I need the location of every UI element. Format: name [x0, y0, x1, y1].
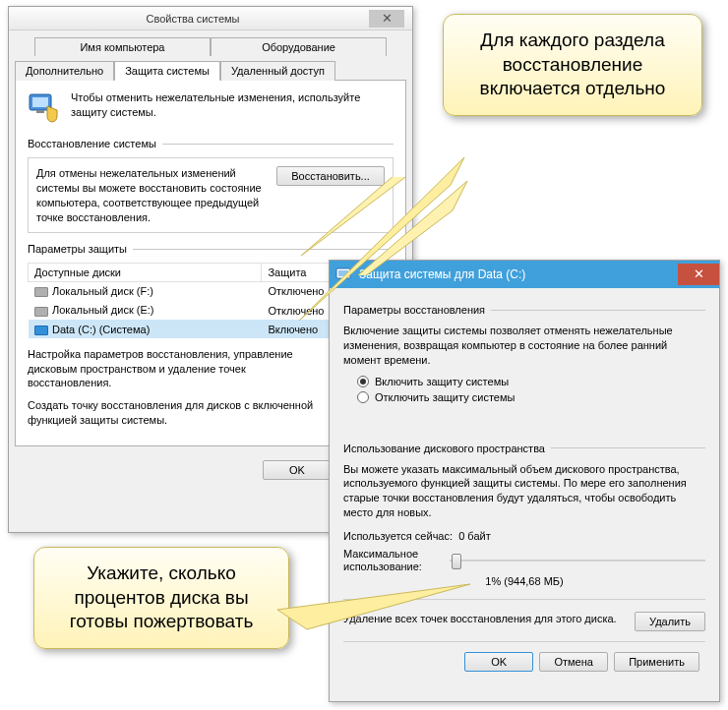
svg-marker-8 — [277, 584, 470, 629]
radio-disable-label: Отключить защиту системы — [375, 391, 515, 403]
tab-system-protection[interactable]: Защита системы — [114, 61, 220, 81]
section-params-title: Параметры защиты — [28, 243, 127, 255]
delete-button[interactable]: Удалить — [635, 612, 705, 631]
restore-description: Для отмены нежелательных изменений систе… — [36, 166, 267, 224]
window-title: Свойства системы — [17, 13, 369, 25]
ok-button[interactable]: OK — [263, 460, 332, 480]
tabs-row1: Имя компьютера Оборудование — [9, 30, 412, 55]
close-icon[interactable]: ✕ — [678, 264, 719, 285]
tab-advanced[interactable]: Дополнительно — [15, 61, 114, 81]
callout-top: Для каждого раздела восстановление включ… — [443, 14, 702, 116]
max-usage-slider[interactable] — [450, 552, 705, 569]
svg-marker-7 — [299, 157, 464, 321]
create-text: Создать точку восстановления для дисков … — [28, 398, 335, 428]
radio-disable[interactable] — [357, 391, 369, 403]
drive-name: Локальный диск (F:) — [52, 285, 153, 297]
svg-rect-1 — [32, 97, 48, 107]
callout-bottom-tail — [277, 580, 474, 639]
radio-enable-row[interactable]: Включить защиту системы — [357, 376, 705, 387]
callout-text: Укажите, сколько процентов диска вы гото… — [70, 562, 254, 631]
configure-text: Настройка параметров восстановления, упр… — [28, 347, 324, 391]
section-restore-title: Восстановление системы — [28, 138, 156, 149]
col-header-disk[interactable]: Доступные диски — [29, 264, 262, 282]
callout-bottom: Укажите, сколько процентов диска вы гото… — [33, 547, 289, 649]
used-label: Используется сейчас: — [343, 530, 453, 542]
titlebar[interactable]: Свойства системы ✕ — [9, 7, 412, 30]
cancel-button[interactable]: Отмена — [539, 652, 608, 672]
used-value: 0 байт — [458, 530, 491, 542]
section-usage-title: Использование дискового пространства — [343, 443, 545, 454]
drive-icon — [34, 325, 48, 335]
restore-desc: Включение защиты системы позволяет отмен… — [343, 324, 705, 368]
drive-name: Локальный диск (E:) — [52, 304, 154, 316]
tab-computer-name[interactable]: Имя компьютера — [34, 37, 211, 56]
usage-desc: Вы можете указать максимальный объем дис… — [343, 462, 705, 520]
max-label: Максимальное использование: — [343, 548, 442, 573]
tab-hardware[interactable]: Оборудование — [211, 37, 387, 56]
svg-rect-2 — [36, 110, 44, 113]
tabs-row2: Дополнительно Защита системы Удаленный д… — [9, 54, 412, 80]
radio-enable-label: Включить защиту системы — [375, 376, 509, 387]
shield-monitor-icon — [28, 90, 61, 126]
radio-enable[interactable] — [357, 376, 369, 387]
info-text: Чтобы отменить нежелательные изменения, … — [71, 90, 394, 126]
drive-icon — [34, 287, 48, 297]
ok-button[interactable]: OK — [464, 652, 533, 672]
drive-icon — [34, 307, 48, 317]
radio-disable-row[interactable]: Отключить защиту системы — [357, 391, 705, 403]
callout-text: Для каждого раздела восстановление включ… — [480, 30, 666, 98]
tab-remote[interactable]: Удаленный доступ — [220, 61, 335, 81]
apply-button[interactable]: Применить — [614, 652, 699, 672]
close-icon[interactable]: ✕ — [369, 10, 404, 28]
drive-name: Data (C:) (Система) — [52, 324, 150, 335]
callout-top-tail — [295, 157, 472, 325]
